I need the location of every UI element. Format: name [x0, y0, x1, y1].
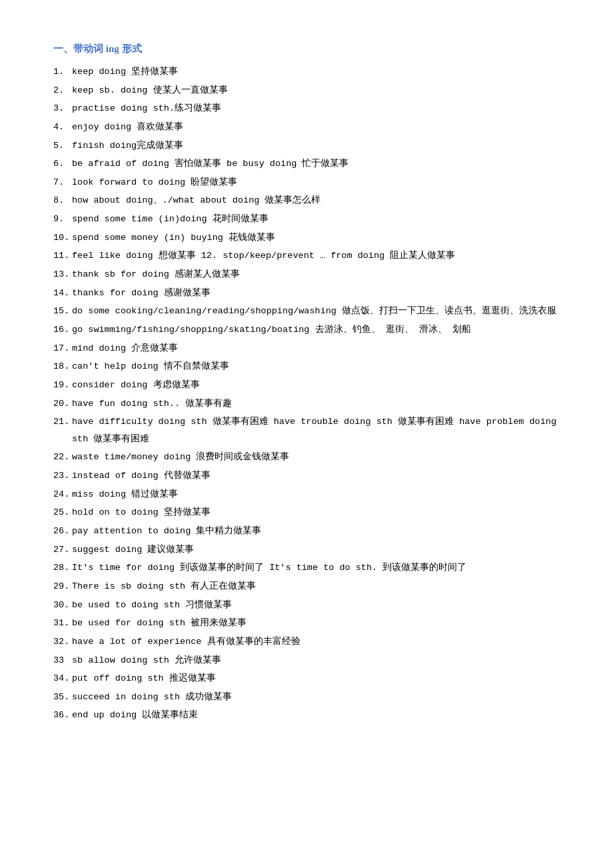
item-number: 36. — [53, 707, 72, 724]
item-text: how about doing、./what about doing 做某事怎么… — [72, 192, 560, 209]
item-number: 22. — [53, 449, 72, 466]
list-item: 29. There is sb doing sth 有人正在做某事 — [53, 578, 560, 595]
list-item: 30. be used to doing sth 习惯做某事 — [53, 597, 560, 614]
list-item: 33 sb allow doing sth 允许做某事 — [53, 652, 560, 669]
item-text: pay attention to doing 集中精力做某事 — [72, 523, 560, 540]
item-text: succeed in doing sth 成功做某事 — [72, 689, 560, 706]
item-number: 17. — [53, 340, 72, 357]
item-number: 27. — [53, 541, 72, 559]
item-number: 16. — [53, 321, 72, 339]
item-text: mind doing 介意做某事 — [72, 340, 560, 357]
item-number: 24. — [53, 486, 72, 503]
item-number: 7. — [53, 174, 72, 191]
item-number: 1. — [53, 63, 72, 81]
item-number: 10. — [53, 229, 72, 247]
item-text: keep sb. doing 使某人一直做某事 — [72, 82, 560, 99]
item-text: There is sb doing sth 有人正在做某事 — [72, 578, 560, 595]
item-text: thank sb for doing 感谢某人做某事 — [72, 266, 560, 283]
list-item: 35. succeed in doing sth 成功做某事 — [53, 689, 560, 706]
list-item: 34. put off doing sth 推迟做某事 — [53, 670, 560, 687]
item-text: instead of doing 代替做某事 — [72, 467, 560, 485]
item-text: sb allow doing sth 允许做某事 — [72, 652, 560, 669]
item-number: 9. — [53, 211, 72, 228]
list-item: 5.finish doing完成做某事 — [53, 137, 560, 155]
item-text: can't help doing 情不自禁做某事 — [72, 358, 560, 375]
list-item: 23. instead of doing 代替做某事 — [53, 467, 560, 485]
item-number: 25. — [53, 504, 72, 521]
item-number: 28. — [53, 559, 72, 577]
list-item: 1.keep doing 坚持做某事 — [53, 63, 560, 81]
list-item: 9.spend some time (in)doing 花时间做某事 — [53, 211, 560, 228]
item-text: feel like doing 想做某事 12. stop/keep/preve… — [72, 247, 560, 265]
list-item: 11. feel like doing 想做某事 12. stop/keep/p… — [53, 247, 560, 265]
item-number: 30. — [53, 597, 72, 614]
item-text: suggest doing 建议做某事 — [72, 541, 560, 559]
item-text: be used for doing sth 被用来做某事 — [72, 615, 560, 632]
list-item: 22. waste time/money doing 浪费时间或金钱做某事 — [53, 449, 560, 466]
list-item: 13. thank sb for doing 感谢某人做某事 — [53, 266, 560, 283]
list-item: 8.how about doing、./what about doing 做某事… — [53, 192, 560, 209]
item-number: 33 — [53, 652, 72, 669]
item-text: thanks for doing 感谢做某事 — [72, 285, 560, 302]
list-item: 2.keep sb. doing 使某人一直做某事 — [53, 82, 560, 99]
list-item: 4.enjoy doing 喜欢做某事 — [53, 119, 560, 136]
list-item: 24. miss doing 错过做某事 — [53, 486, 560, 503]
list-item: 31. be used for doing sth 被用来做某事 — [53, 615, 560, 632]
item-text: put off doing sth 推迟做某事 — [72, 670, 560, 687]
item-number: 6. — [53, 155, 72, 173]
item-text: look forward to doing 盼望做某事 — [72, 174, 560, 191]
item-number: 5. — [53, 137, 72, 155]
item-number: 31. — [53, 615, 72, 632]
list-item: 32. have a lot of experience 具有做某事的丰富经验 — [53, 633, 560, 651]
section-title: 一、带动词 ing 形式 — [53, 40, 560, 58]
list-item: 7.look forward to doing 盼望做某事 — [53, 174, 560, 191]
item-text: end up doing 以做某事结束 — [72, 707, 560, 724]
item-number: 34. — [53, 670, 72, 687]
item-number: 20. — [53, 395, 72, 413]
item-number: 2. — [53, 82, 72, 99]
list-item: 20. have fun doing sth.. 做某事有趣 — [53, 395, 560, 413]
item-number: 13. — [53, 266, 72, 283]
item-text: go swimming/fishing/shopping/skating/boa… — [72, 321, 560, 339]
list-item: 17. mind doing 介意做某事 — [53, 340, 560, 357]
item-number: 3. — [53, 100, 72, 117]
list-item: 25. hold on to doing 坚持做某事 — [53, 504, 560, 521]
item-text: be afraid of doing 害怕做某事 be busy doing 忙… — [72, 155, 560, 173]
item-text: finish doing完成做某事 — [72, 137, 560, 155]
item-number: 14. — [53, 285, 72, 302]
item-text: enjoy doing 喜欢做某事 — [72, 119, 560, 136]
item-number: 19. — [53, 377, 72, 394]
item-text: miss doing 错过做某事 — [72, 486, 560, 503]
items-list: 1.keep doing 坚持做某事2.keep sb. doing 使某人一直… — [53, 63, 560, 724]
list-item: 21. have difficulty doing sth 做某事有困难 hav… — [53, 413, 560, 447]
item-number: 15. — [53, 303, 72, 320]
item-text: keep doing 坚持做某事 — [72, 63, 560, 81]
list-item: 19. consider doing 考虑做某事 — [53, 377, 560, 394]
item-number: 21. — [53, 413, 72, 447]
list-item: 18. can't help doing 情不自禁做某事 — [53, 358, 560, 375]
list-item: 26. pay attention to doing 集中精力做某事 — [53, 523, 560, 540]
item-number: 23. — [53, 467, 72, 485]
item-text: hold on to doing 坚持做某事 — [72, 504, 560, 521]
list-item: 16. go swimming/fishing/shopping/skating… — [53, 321, 560, 339]
item-text: be used to doing sth 习惯做某事 — [72, 597, 560, 614]
item-text: consider doing 考虑做某事 — [72, 377, 560, 394]
list-item: 28. It's time for doing 到该做某事的时间了 It's t… — [53, 559, 560, 577]
list-item: 6.be afraid of doing 害怕做某事 be busy doing… — [53, 155, 560, 173]
item-text: have difficulty doing sth 做某事有困难 have tr… — [72, 413, 560, 447]
item-number: 32. — [53, 633, 72, 651]
item-number: 35. — [53, 689, 72, 706]
list-item: 3.practise doing sth.练习做某事 — [53, 100, 560, 117]
list-item: 15. do some cooking/cleaning/reading/sho… — [53, 303, 560, 320]
item-text: waste time/money doing 浪费时间或金钱做某事 — [72, 449, 560, 466]
item-text: spend some time (in)doing 花时间做某事 — [72, 211, 560, 228]
list-item: 36. end up doing 以做某事结束 — [53, 707, 560, 724]
item-number: 11. — [53, 247, 72, 265]
item-number: 26. — [53, 523, 72, 540]
item-text: have a lot of experience 具有做某事的丰富经验 — [72, 633, 560, 651]
item-number: 29. — [53, 578, 72, 595]
item-number: 4. — [53, 119, 72, 136]
list-item: 14. thanks for doing 感谢做某事 — [53, 285, 560, 302]
item-number: 8. — [53, 192, 72, 209]
item-text: It's time for doing 到该做某事的时间了 It's time … — [72, 559, 560, 577]
